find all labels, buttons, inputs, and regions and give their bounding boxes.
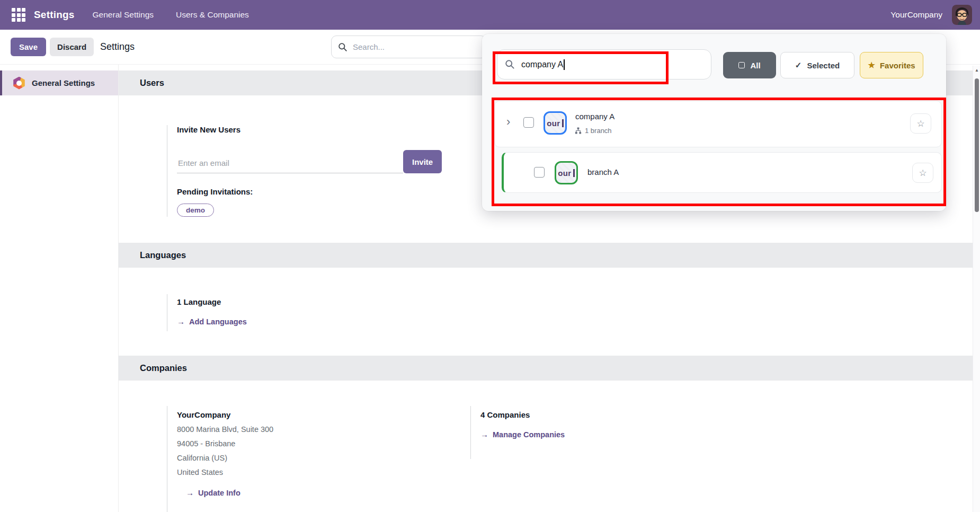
check-icon: ✓: [795, 60, 802, 70]
add-languages-link[interactable]: → Add Languages: [177, 317, 973, 326]
company-branch-count: 1 branch: [575, 127, 612, 135]
company-info-setting: YourCompany 8000 Marina Blvd, Suite 300 …: [167, 406, 421, 512]
section-header-companies: Companies: [119, 356, 973, 381]
toolbar-search-input[interactable]: [353, 42, 469, 51]
company-address-line: United States: [177, 468, 421, 476]
search-icon: [505, 59, 515, 69]
scrollbar-up-arrow[interactable]: ▲: [973, 66, 980, 74]
manage-companies-label: Manage Companies: [493, 430, 565, 439]
branches-icon: [575, 127, 582, 134]
top-navbar: Settings General Settings Users & Compan…: [0, 0, 980, 30]
branch-logo-text: our: [558, 169, 571, 178]
search-icon: [338, 42, 348, 52]
general-settings-icon: [13, 77, 25, 90]
star-filled-icon: ★: [868, 60, 875, 70]
company-address-line: 94005 - Brisbane: [177, 439, 421, 448]
branch-row-name: branch A: [587, 167, 619, 176]
filter-all-label: All: [750, 61, 760, 70]
scrollbar-thumb[interactable]: [975, 78, 979, 212]
branch-count-label: 1 branch: [585, 127, 612, 135]
filter-favorites-label: Favorites: [880, 61, 915, 70]
apps-grid-icon[interactable]: [12, 8, 25, 22]
app-name[interactable]: Settings: [34, 9, 75, 21]
expand-chevron-icon[interactable]: ›: [506, 116, 510, 128]
branch-logo: our: [555, 161, 578, 184]
nav-item-users-companies[interactable]: Users & Companies: [172, 7, 253, 23]
company-name: YourCompany: [177, 410, 421, 419]
text-cursor: [564, 59, 565, 70]
company-search-value: company A: [521, 60, 563, 69]
manage-companies-setting: 4 Companies → Manage Companies: [470, 406, 565, 459]
star-outline-icon: ☆: [919, 167, 926, 179]
arrow-right-icon: →: [480, 430, 488, 439]
save-button[interactable]: Save: [11, 38, 46, 56]
arrow-right-icon: →: [186, 488, 194, 497]
branch-logo-fragment: [573, 169, 575, 177]
section-header-languages: Languages: [119, 243, 973, 268]
companies-count: 4 Companies: [480, 410, 565, 419]
square-icon: [738, 62, 745, 68]
company-checkbox[interactable]: [523, 117, 534, 128]
favorite-star-button[interactable]: ☆: [912, 163, 933, 183]
arrow-right-icon: →: [177, 317, 185, 326]
filter-favorites-button[interactable]: ★ Favorites: [860, 52, 923, 78]
star-outline-icon: ☆: [916, 118, 924, 129]
toolbar-search-box[interactable]: [331, 36, 486, 58]
settings-app-window: Settings General Settings Users & Compan…: [0, 0, 980, 512]
company-search-box[interactable]: company A: [497, 49, 711, 80]
company-switcher-label[interactable]: YourCompany: [890, 10, 942, 20]
update-info-link[interactable]: → Update Info: [186, 488, 421, 497]
languages-setting: 1 Language → Add Languages: [167, 294, 973, 331]
sidebar-item-label: General Settings: [32, 78, 95, 87]
branch-row[interactable]: our branch A ☆: [502, 152, 942, 193]
company-switcher-dropdown: company A All ✓ Selected ★ Favorites › o…: [482, 34, 946, 211]
company-logo: our: [544, 111, 567, 135]
company-row[interactable]: › our company A 1 branch ☆: [494, 101, 942, 147]
page-scrollbar[interactable]: ▲: [973, 66, 980, 512]
language-count: 1 Language: [177, 297, 973, 306]
branch-checkbox[interactable]: [534, 167, 545, 178]
add-languages-label: Add Languages: [189, 317, 247, 326]
manage-companies-link[interactable]: → Manage Companies: [480, 430, 565, 439]
avatar-illustration: [952, 5, 972, 25]
invite-email-input[interactable]: [177, 155, 403, 173]
discard-button[interactable]: Discard: [50, 38, 94, 56]
nav-item-general-settings[interactable]: General Settings: [88, 7, 158, 23]
invite-button[interactable]: Invite: [403, 150, 442, 173]
filter-selected-button[interactable]: ✓ Selected: [780, 52, 854, 78]
sidebar-item-general-settings[interactable]: General Settings: [0, 70, 118, 95]
company-row-name: company A: [575, 112, 614, 121]
company-logo-text: our: [547, 119, 560, 128]
favorite-star-button[interactable]: ☆: [910, 113, 931, 134]
company-logo-fragment: [562, 119, 564, 127]
company-address-line: 8000 Marina Blvd, Suite 300: [177, 425, 421, 434]
settings-sidebar: General Settings: [0, 65, 119, 512]
breadcrumb-page-title: Settings: [100, 41, 135, 52]
filter-selected-label: Selected: [807, 61, 840, 70]
pending-invitation-tag[interactable]: demo: [177, 204, 214, 217]
filter-all-button[interactable]: All: [723, 52, 776, 78]
company-address-line: California (US): [177, 454, 421, 462]
update-info-label: Update Info: [198, 489, 240, 497]
user-avatar[interactable]: [952, 5, 972, 25]
